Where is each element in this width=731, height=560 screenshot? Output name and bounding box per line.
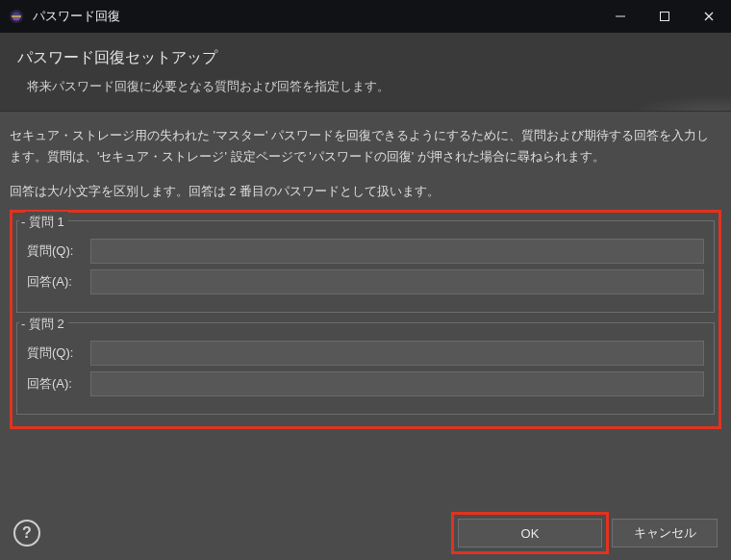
close-button[interactable] xyxy=(687,0,731,33)
svg-rect-1 xyxy=(12,15,21,16)
banner: パスワード回復セットアップ 将来パスワード回復に必要となる質問および回答を指定し… xyxy=(0,33,731,112)
group-2-question-input[interactable] xyxy=(90,341,704,366)
description-1: セキュア・ストレージ用の失われた 'マスター' パスワードを回復できるようにする… xyxy=(10,125,721,167)
group-2-answer-label: 回答(A): xyxy=(27,373,85,395)
group-1-question-input[interactable] xyxy=(90,239,704,264)
window-title: パスワード回復 xyxy=(33,8,598,25)
footer: ? OK キャンセル xyxy=(0,506,731,560)
ok-button[interactable]: OK xyxy=(458,519,602,547)
cancel-button-label: キャンセル xyxy=(634,524,696,542)
group-1-answer-row: 回答(A): xyxy=(27,269,704,294)
group-2-answer-row: 回答(A): xyxy=(27,371,704,396)
group-2-legend: 質問 2 xyxy=(25,314,68,335)
description-2: 回答は大/小文字を区別します。回答は 2 番目のパスワードとして扱います。 xyxy=(10,181,721,202)
banner-subtext: 将来パスワード回復に必要となる質問および回答を指定します。 xyxy=(27,78,714,95)
svg-rect-3 xyxy=(661,13,669,21)
group-1-question-label: 質問(Q): xyxy=(27,241,85,262)
maximize-button[interactable] xyxy=(643,0,687,33)
groups-highlight: 質問 1 質問(Q): 回答(A): 質問 2 質問(Q): 回答(A): xyxy=(10,210,721,429)
eclipse-icon xyxy=(8,8,25,25)
group-2-question-label: 質問(Q): xyxy=(27,343,85,364)
group-1-answer-input[interactable] xyxy=(90,269,704,294)
cancel-button[interactable]: キャンセル xyxy=(612,519,718,547)
help-icon[interactable]: ? xyxy=(13,520,40,547)
group-1-answer-label: 回答(A): xyxy=(27,271,85,293)
content: セキュア・ストレージ用の失われた 'マスター' パスワードを回復できるようにする… xyxy=(0,112,731,439)
group-1-legend: 質問 1 xyxy=(25,212,68,233)
group-question-2: 質問 2 質問(Q): 回答(A): xyxy=(16,322,715,415)
group-2-question-row: 質問(Q): xyxy=(27,341,704,366)
group-1-question-row: 質問(Q): xyxy=(27,239,704,264)
banner-heading: パスワード回復セットアップ xyxy=(17,48,714,68)
svg-rect-2 xyxy=(616,16,625,17)
minimize-button[interactable] xyxy=(598,0,643,33)
titlebar: パスワード回復 xyxy=(0,0,731,33)
group-2-answer-input[interactable] xyxy=(90,371,704,396)
ok-button-label: OK xyxy=(521,526,540,541)
group-question-1: 質問 1 質問(Q): 回答(A): xyxy=(16,220,715,313)
